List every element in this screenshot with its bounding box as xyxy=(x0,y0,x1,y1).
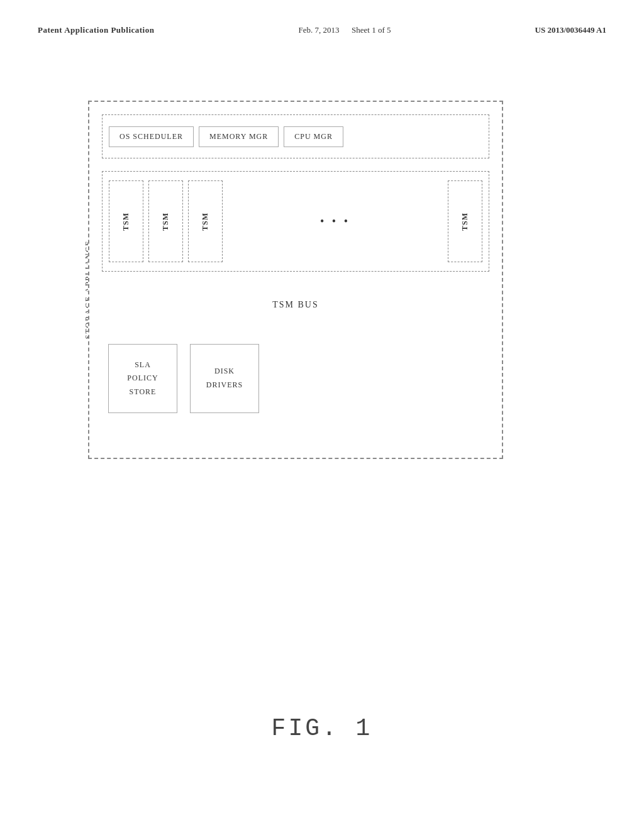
memory-mgr-label: MEMORY MGR xyxy=(209,132,268,141)
tsm-box-4: TSM xyxy=(448,180,482,262)
header-sheet: Sheet 1 of 5 xyxy=(352,25,391,35)
header-date: Feb. 7, 2013 xyxy=(299,25,340,35)
disk-drivers-label: DISKDRIVERS xyxy=(206,365,243,392)
disk-drivers-box: DISKDRIVERS xyxy=(190,344,259,413)
header-publication-label: Patent Application Publication xyxy=(38,25,154,35)
tsm-label-2: TSM xyxy=(161,212,170,230)
page-header: Patent Application Publication Feb. 7, 2… xyxy=(38,25,606,35)
os-scheduler-box: OS SCHEDULER xyxy=(109,126,194,147)
cpu-mgr-label: CPU MGR xyxy=(294,132,333,141)
tsm-label-4: TSM xyxy=(460,212,470,230)
tsm-box-3: TSM xyxy=(188,180,223,262)
appliance-box: OS SCHEDULER MEMORY MGR CPU MGR TSM TSM … xyxy=(88,101,503,459)
sla-policy-store-box: SLAPOLICYSTORE xyxy=(108,344,177,413)
bottom-row: SLAPOLICYSTORE DISKDRIVERS xyxy=(102,335,489,423)
tsm-label-3: TSM xyxy=(201,212,210,230)
tsm-bus-area: TSM BUS xyxy=(102,281,489,328)
memory-mgr-box: MEMORY MGR xyxy=(199,126,279,147)
os-scheduler-label: OS SCHEDULER xyxy=(119,132,183,141)
header-date-sheet: Feb. 7, 2013 Sheet 1 of 5 xyxy=(299,25,391,35)
tsm-box-1: TSM xyxy=(109,180,143,262)
figure-label: FIG. 1 xyxy=(0,715,644,742)
tsm-ellipsis: • • • xyxy=(228,215,443,228)
cpu-mgr-box: CPU MGR xyxy=(284,126,343,147)
top-managers-row: OS SCHEDULER MEMORY MGR CPU MGR xyxy=(102,114,489,158)
tsm-row: TSM TSM TSM • • • TSM xyxy=(102,171,489,272)
tsm-label-1: TSM xyxy=(121,212,131,230)
tsm-box-2: TSM xyxy=(148,180,183,262)
page: Patent Application Publication Feb. 7, 2… xyxy=(0,0,644,830)
header-patent-number: US 2013/0036449 A1 xyxy=(535,25,606,35)
tsm-bus-label: TSM BUS xyxy=(272,300,319,310)
sla-policy-store-label: SLAPOLICYSTORE xyxy=(127,358,158,399)
